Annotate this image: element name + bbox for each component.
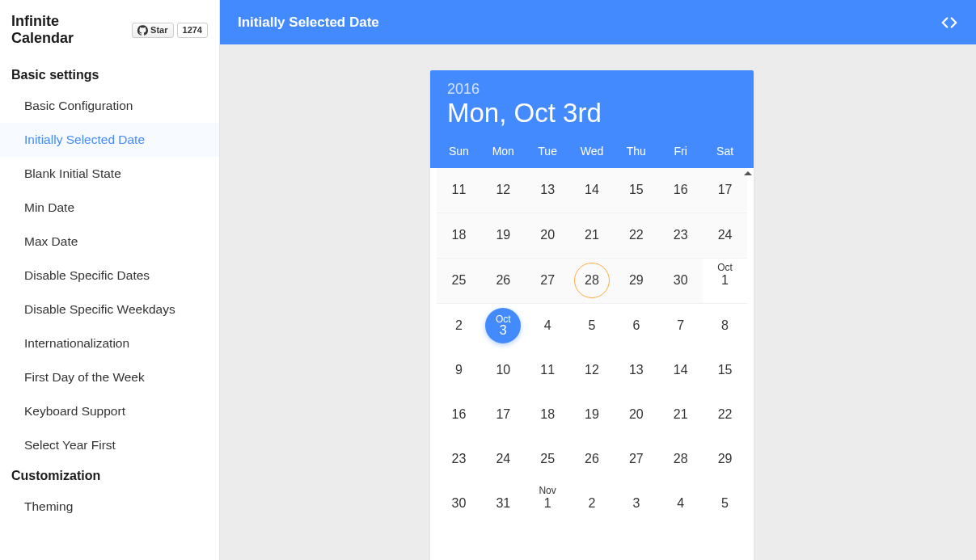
nav-item-disable-specific-weekdays[interactable]: Disable Specific Weekdays [0, 293, 219, 326]
main: Initially Selected Date 2016 Mon, Oct 3r… [220, 0, 976, 560]
day-cell[interactable]: 18 [437, 213, 481, 258]
day-cell[interactable]: 17 [703, 168, 747, 213]
day-cell[interactable]: 22 [703, 393, 747, 437]
github-star-label: Star [150, 25, 167, 35]
calendar-year[interactable]: 2016 [447, 81, 737, 98]
day-cell[interactable]: Oct1 [703, 259, 747, 303]
github-icon [137, 25, 148, 36]
nav-item-select-year-first[interactable]: Select Year First [0, 428, 219, 462]
nav-item-min-date[interactable]: Min Date [0, 191, 219, 225]
day-cell[interactable]: 19 [570, 393, 615, 437]
day-cell[interactable]: 26 [570, 437, 615, 482]
day-cell[interactable]: 12 [570, 348, 615, 393]
day-cell[interactable]: 3 [614, 482, 658, 526]
day-cell[interactable]: 10 [481, 348, 526, 393]
weekday-label: Sun [437, 145, 481, 158]
day-cell[interactable]: 26 [481, 259, 526, 303]
day-cell[interactable]: 15 [614, 168, 658, 213]
topbar-title: Initially Selected Date [238, 15, 379, 31]
day-cell[interactable]: 20 [526, 213, 570, 258]
weekday-label: Fri [658, 145, 703, 158]
nav-item-basic-configuration[interactable]: Basic Configuration [0, 89, 219, 123]
section-title: Customization [0, 462, 219, 490]
github-star-button[interactable]: Star [132, 23, 173, 38]
day-cell[interactable]: 20 [614, 393, 658, 437]
sidebar: Infinite Calendar Star 1274 Basic settin… [0, 0, 220, 560]
calendar-selected-date[interactable]: Mon, Oct 3rd [447, 98, 737, 128]
day-cell[interactable]: 9 [437, 348, 481, 393]
day-cell[interactable]: 27 [614, 437, 658, 482]
day-cell[interactable]: 25 [437, 259, 481, 303]
nav-item-initially-selected-date[interactable]: Initially Selected Date [0, 123, 219, 157]
day-cell[interactable]: 30 [437, 482, 481, 526]
day-cell[interactable]: 19 [481, 213, 526, 258]
day-cell[interactable]: 25 [526, 437, 570, 482]
sidebar-nav: Basic settingsBasic ConfigurationInitial… [0, 61, 219, 524]
day-cell[interactable]: 17 [481, 393, 526, 437]
day-cell[interactable]: 4 [526, 304, 570, 348]
day-cell[interactable]: 27 [526, 259, 570, 303]
github-star-widget[interactable]: Star 1274 [132, 23, 208, 38]
day-cell[interactable]: 24 [703, 213, 747, 258]
weekday-label: Wed [570, 145, 615, 158]
day-cell[interactable]: 5 [703, 482, 747, 526]
day-cell[interactable]: 15 [703, 348, 747, 393]
day-cell[interactable]: 23 [437, 437, 481, 482]
nav-item-max-date[interactable]: Max Date [0, 225, 219, 259]
weekday-label: Sat [703, 145, 747, 158]
nav-item-theming[interactable]: Theming [0, 490, 219, 524]
calendar-grid[interactable]: 1112131415161718192021222324252627282930… [430, 168, 754, 560]
day-cell[interactable]: 22 [614, 213, 658, 258]
day-cell[interactable]: Nov1 [526, 482, 570, 526]
day-cell[interactable]: 13 [526, 168, 570, 213]
day-cell[interactable]: 12 [481, 168, 526, 213]
day-cell[interactable]: 24 [481, 437, 526, 482]
day-cell[interactable]: 2 [437, 304, 481, 348]
day-cell[interactable]: 21 [570, 213, 615, 258]
weekday-label: Thu [614, 145, 658, 158]
day-cell[interactable]: 23 [658, 213, 703, 258]
day-cell[interactable]: 18 [526, 393, 570, 437]
day-cell[interactable]: 11 [437, 168, 481, 213]
day-cell[interactable]: 11 [526, 348, 570, 393]
day-cell[interactable]: 13 [614, 348, 658, 393]
nav-item-keyboard-support[interactable]: Keyboard Support [0, 394, 219, 428]
nav-item-blank-initial-state[interactable]: Blank Initial State [0, 157, 219, 191]
day-cell[interactable]: 6 [614, 304, 658, 348]
weekday-label: Mon [481, 145, 526, 158]
day-cell[interactable]: 31 [481, 482, 526, 526]
day-cell[interactable]: 14 [570, 168, 615, 213]
day-cell[interactable]: 7 [658, 304, 703, 348]
weekday-label: Tue [526, 145, 570, 158]
nav-item-internationalization[interactable]: Internationalization [0, 326, 219, 360]
day-cell[interactable]: 2 [570, 482, 615, 526]
nav-item-disable-specific-dates[interactable]: Disable Specific Dates [0, 259, 219, 293]
nav-item-first-day-of-the-week[interactable]: First Day of the Week [0, 360, 219, 394]
day-cell[interactable]: 29 [614, 259, 658, 303]
day-cell[interactable]: 4 [658, 482, 703, 526]
day-cell[interactable]: 14 [658, 348, 703, 393]
code-icon [940, 14, 958, 32]
day-cell[interactable]: 16 [658, 168, 703, 213]
day-cell[interactable]: 28 [570, 259, 615, 303]
day-cell[interactable]: 30 [658, 259, 703, 303]
calendar-weekdays: SunMonTueWedThuFriSat [430, 138, 754, 168]
day-cell[interactable]: 29 [703, 437, 747, 482]
day-cell[interactable]: Oct3 [481, 304, 526, 348]
section-title: Basic settings [0, 61, 219, 89]
code-toggle-button[interactable] [940, 14, 958, 32]
day-cell[interactable]: 8 [703, 304, 747, 348]
calendar: 2016 Mon, Oct 3rd SunMonTueWedThuFriSat … [430, 70, 754, 560]
sidebar-header: Infinite Calendar Star 1274 [0, 0, 219, 61]
topbar: Initially Selected Date [220, 0, 976, 44]
day-cell[interactable]: 28 [658, 437, 703, 482]
day-cell[interactable]: 16 [437, 393, 481, 437]
day-cell[interactable]: 21 [658, 393, 703, 437]
app-title: Infinite Calendar [11, 13, 124, 47]
github-star-count[interactable]: 1274 [177, 23, 208, 38]
calendar-header[interactable]: 2016 Mon, Oct 3rd [430, 70, 754, 138]
day-cell[interactable]: 5 [570, 304, 615, 348]
